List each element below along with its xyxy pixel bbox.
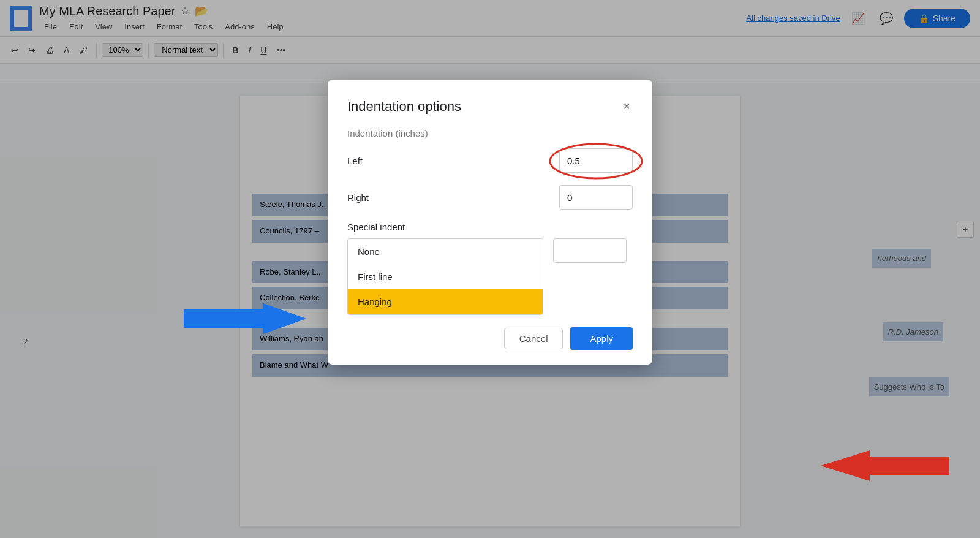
dropdown-option-firstline[interactable]: First line xyxy=(348,264,543,289)
dialog-section-label: Indentation (inches) xyxy=(347,128,633,138)
left-indent-input[interactable] xyxy=(559,148,633,173)
right-indent-label: Right xyxy=(347,192,369,203)
cancel-button[interactable]: Cancel xyxy=(504,328,564,349)
left-indent-label: Left xyxy=(347,156,363,166)
close-dialog-button[interactable]: × xyxy=(620,97,633,116)
indentation-unit: (inches) xyxy=(395,128,428,138)
dropdown-option-hanging[interactable]: Hanging xyxy=(348,289,543,314)
right-indent-input[interactable] xyxy=(559,185,633,210)
special-indent-dropdown: None First line Hanging xyxy=(347,238,543,315)
left-input-container xyxy=(559,148,633,173)
special-indent-row: None First line Hanging xyxy=(347,238,633,315)
special-indent-label: Special indent xyxy=(347,222,633,232)
dropdown-option-none[interactable]: None xyxy=(348,239,543,264)
apply-button[interactable]: Apply xyxy=(570,327,633,350)
dialog-header: Indentation options × xyxy=(347,97,633,116)
right-indent-row: Right xyxy=(347,185,633,210)
special-indent-section: Special indent None First line Hanging xyxy=(347,222,633,315)
indentation-label: Indentation xyxy=(347,128,393,138)
dialog-title: Indentation options xyxy=(347,99,461,115)
dialog-footer: Cancel Apply xyxy=(347,327,633,350)
indentation-dialog: Indentation options × Indentation (inche… xyxy=(328,80,652,365)
special-value-input[interactable] xyxy=(553,238,627,263)
left-indent-row: Left xyxy=(347,148,633,173)
